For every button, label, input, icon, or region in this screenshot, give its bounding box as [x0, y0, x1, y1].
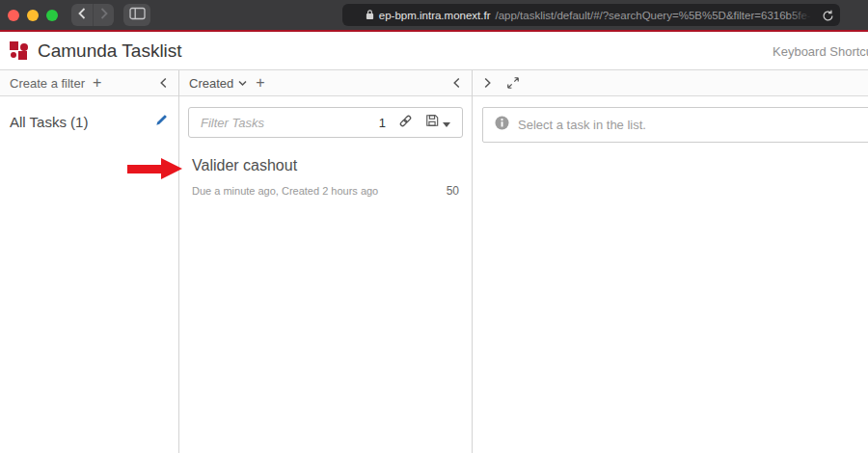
fullscreen-icon[interactable] [506, 76, 520, 90]
filter-tasks-input[interactable] [201, 116, 379, 130]
task-meta: Due a minute ago, Created 2 hours ago [192, 185, 378, 197]
collapse-filters-panel-button[interactable] [158, 76, 169, 90]
tasks-panel-header: Created + [179, 70, 472, 96]
nav-buttons [71, 4, 114, 26]
save-filter-dropdown-button[interactable] [425, 114, 450, 131]
back-button[interactable] [71, 4, 93, 26]
chevron-down-icon[interactable] [237, 78, 248, 89]
chevron-right-icon [98, 7, 110, 24]
address-bar[interactable]: ep-bpm.intra.monext.fr/app/tasklist/defa… [342, 4, 840, 26]
detail-panel-header [473, 70, 868, 96]
empty-state-box: Select a task in the list. [482, 107, 868, 143]
current-filter-name[interactable]: Created [189, 76, 233, 91]
info-icon [495, 116, 509, 134]
collapse-tasks-panel-button[interactable] [451, 76, 462, 90]
url-fade-overlay [788, 5, 817, 25]
empty-state-message: Select a task in the list. [518, 118, 646, 132]
url-domain: ep-bpm.intra.monext.fr [379, 10, 491, 21]
filters-panel-header: Create a filter + [0, 70, 178, 96]
filter-item-label: All Tasks (1) [10, 114, 88, 130]
tasks-panel: Created + 1 [179, 70, 473, 453]
forward-button[interactable] [93, 4, 114, 26]
reload-button[interactable] [822, 9, 834, 26]
add-task-filter-button[interactable]: + [256, 75, 264, 91]
sidebar-toggle-button[interactable] [123, 4, 150, 26]
lock-icon [366, 9, 374, 22]
window-minimize-button[interactable] [27, 10, 39, 21]
task-priority: 50 [447, 184, 459, 198]
sidebar-icon [129, 7, 146, 24]
expand-detail-panel-button[interactable] [482, 76, 493, 90]
filter-item-all-tasks[interactable]: All Tasks (1) [0, 96, 178, 131]
task-title: Valider cashout [192, 157, 459, 174]
pencil-icon [154, 113, 169, 131]
add-filter-button[interactable]: + [93, 75, 101, 91]
task-list-item[interactable]: Valider cashout Due a minute ago, Create… [179, 138, 472, 198]
filters-panel-title: Create a filter [10, 76, 85, 91]
task-count: 1 [379, 116, 386, 130]
window-close-button[interactable] [8, 10, 19, 21]
url-path: /app/tasklist/default/#/?searchQuery=%5B… [495, 10, 817, 21]
edit-filter-button[interactable] [154, 113, 169, 131]
task-detail-panel: Select a task in the list. [473, 70, 868, 453]
save-icon [425, 114, 439, 131]
window-controls [8, 10, 58, 21]
caret-down-icon [443, 114, 450, 131]
filters-panel: Create a filter + All Tasks (1) [0, 70, 179, 453]
url-text: ep-bpm.intra.monext.fr/app/tasklist/defa… [366, 9, 817, 22]
page-title: Camunda Tasklist [38, 40, 182, 62]
chevron-left-icon [76, 7, 88, 24]
camunda-logo-icon [10, 40, 30, 61]
window-zoom-button[interactable] [46, 10, 58, 21]
task-search-box: 1 [188, 107, 463, 138]
link-icon [398, 114, 413, 132]
copy-link-button[interactable] [398, 114, 413, 132]
app-header: Camunda Tasklist Keyboard Shortcuts [0, 32, 868, 70]
browser-toolbar: ep-bpm.intra.monext.fr/app/tasklist/defa… [0, 0, 868, 30]
main-content: Create a filter + All Tasks (1) Created … [0, 70, 868, 453]
keyboard-shortcuts-link[interactable]: Keyboard Shortcuts [773, 44, 868, 59]
